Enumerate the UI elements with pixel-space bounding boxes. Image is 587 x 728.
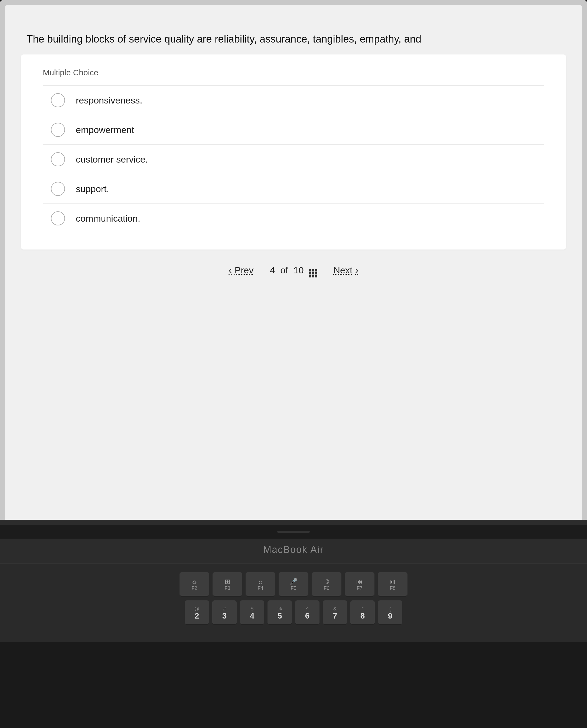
question-text: The building blocks of service quality a… xyxy=(5,21,582,54)
options-list: responsiveness. empowerment customer ser… xyxy=(43,85,544,233)
navigation-bar: ‹ Prev 4 of 10 Next xyxy=(5,250,582,294)
prev-label: Prev xyxy=(235,265,254,276)
key-5[interactable]: % 5 xyxy=(267,600,292,625)
key-f7[interactable]: ⏮ F7 xyxy=(345,572,374,597)
page-sep: of xyxy=(280,265,288,276)
key-3[interactable]: # 3 xyxy=(212,600,237,625)
option-a[interactable]: responsiveness. xyxy=(43,85,544,115)
key-8[interactable]: * 8 xyxy=(350,600,375,625)
option-b-text: empowerment xyxy=(76,124,134,135)
next-arrow-icon: › xyxy=(355,265,358,276)
keyboard: ☼ F2 ⊞ F3 ⌕ F4 🎤 F5 ☽ F6 ⏮ F7 xyxy=(0,564,587,642)
key-4[interactable]: $ 4 xyxy=(240,600,264,625)
radio-c[interactable] xyxy=(51,152,65,166)
option-e-text: communication. xyxy=(76,213,140,224)
fn-row: ☼ F2 ⊞ F3 ⌕ F4 🎤 F5 ☽ F6 ⏮ F7 xyxy=(11,572,576,597)
option-b[interactable]: empowerment xyxy=(43,115,544,144)
option-d-text: support. xyxy=(76,184,109,194)
key-6[interactable]: ^ 6 xyxy=(295,600,320,625)
option-a-text: responsiveness. xyxy=(76,95,142,106)
laptop-frame: The building blocks of service quality a… xyxy=(0,0,587,520)
screen: The building blocks of service quality a… xyxy=(5,5,582,520)
option-c-text: customer service. xyxy=(76,154,148,165)
key-7[interactable]: & 7 xyxy=(323,600,347,625)
prev-button[interactable]: ‹ Prev xyxy=(229,265,254,276)
macbook-label: MacBook Air xyxy=(263,539,324,564)
number-row: @ 2 # 3 $ 4 % 5 ^ 6 & 7 xyxy=(11,600,576,625)
macbook-bottom: MacBook Air ☼ F2 ⊞ F3 ⌕ F4 🎤 F5 ☽ F6 xyxy=(0,520,587,642)
option-e[interactable]: communication. xyxy=(43,203,544,233)
key-f2[interactable]: ☼ F2 xyxy=(180,572,209,597)
next-label: Next xyxy=(334,265,353,276)
radio-d[interactable] xyxy=(51,182,65,196)
option-d[interactable]: support. xyxy=(43,174,544,203)
radio-b[interactable] xyxy=(51,123,65,137)
next-button[interactable]: Next › xyxy=(334,265,358,276)
prev-arrow-icon: ‹ xyxy=(229,265,232,276)
key-2[interactable]: @ 2 xyxy=(185,600,209,625)
grid-icon xyxy=(309,263,317,277)
key-f6[interactable]: ☽ F6 xyxy=(312,572,342,597)
key-f4[interactable]: ⌕ F4 xyxy=(245,572,275,597)
page-total: 10 xyxy=(294,265,304,276)
key-9[interactable]: ( 9 xyxy=(378,600,402,625)
radio-a[interactable] xyxy=(51,93,65,107)
trackpad-notch xyxy=(277,531,310,533)
question-type-label: Multiple Choice xyxy=(43,68,544,77)
question-card: Multiple Choice responsiveness. empowerm… xyxy=(21,54,566,250)
key-f8[interactable]: ⏯ F8 xyxy=(378,572,407,597)
page-info: 4 of 10 xyxy=(270,263,317,277)
quiz-screen: The building blocks of service quality a… xyxy=(5,5,582,520)
key-f3[interactable]: ⊞ F3 xyxy=(213,572,242,597)
touchbar-bar xyxy=(0,525,587,539)
option-c[interactable]: customer service. xyxy=(43,144,544,174)
key-f5[interactable]: 🎤 F5 xyxy=(279,572,308,597)
radio-e[interactable] xyxy=(51,211,65,225)
page-current: 4 xyxy=(270,265,275,276)
